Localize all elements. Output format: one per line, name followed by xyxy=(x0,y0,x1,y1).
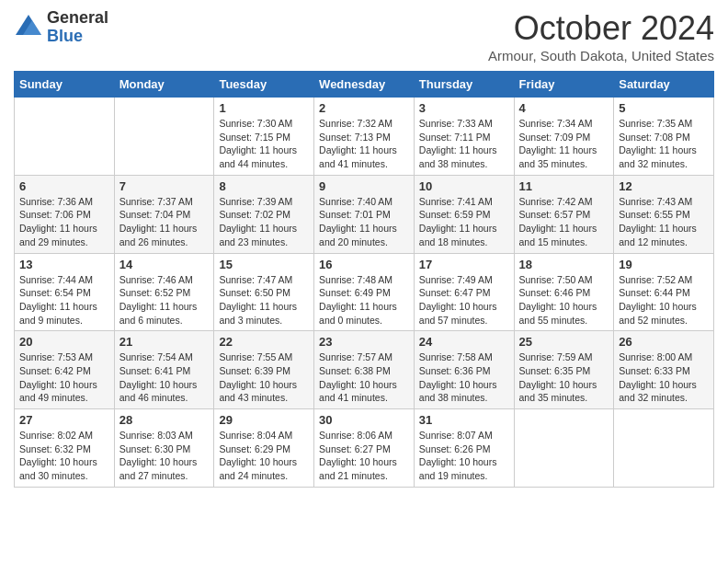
calendar-cell: 16Sunrise: 7:48 AM Sunset: 6:49 PM Dayli… xyxy=(314,253,415,331)
day-number: 29 xyxy=(219,413,309,427)
day-info: Sunrise: 7:32 AM Sunset: 7:13 PM Dayligh… xyxy=(319,117,409,171)
day-number: 16 xyxy=(319,258,409,271)
calendar-week-3: 13Sunrise: 7:44 AM Sunset: 6:54 PM Dayli… xyxy=(15,253,714,331)
day-info: Sunrise: 7:52 AM Sunset: 6:44 PM Dayligh… xyxy=(619,273,709,327)
day-number: 19 xyxy=(619,258,709,271)
day-info: Sunrise: 7:50 AM Sunset: 6:46 PM Dayligh… xyxy=(519,273,609,327)
calendar-week-5: 27Sunrise: 8:02 AM Sunset: 6:32 PM Dayli… xyxy=(15,409,714,488)
calendar-cell xyxy=(614,409,714,488)
logo-blue-text: Blue xyxy=(47,28,108,46)
logo-icon xyxy=(14,13,43,42)
day-info: Sunrise: 7:55 AM Sunset: 6:39 PM Dayligh… xyxy=(219,350,309,405)
day-info: Sunrise: 8:03 AM Sunset: 6:30 PM Dayligh… xyxy=(119,429,210,483)
day-info: Sunrise: 7:47 AM Sunset: 6:50 PM Dayligh… xyxy=(219,273,309,327)
weekday-header-monday: Monday xyxy=(114,72,214,98)
weekday-header-tuesday: Tuesday xyxy=(214,72,314,98)
page-header: General Blue October 2024 Armour, South … xyxy=(14,9,714,63)
calendar-cell: 6Sunrise: 7:36 AM Sunset: 7:06 PM Daylig… xyxy=(15,175,115,253)
day-number: 12 xyxy=(619,179,709,193)
calendar-week-2: 6Sunrise: 7:36 AM Sunset: 7:06 PM Daylig… xyxy=(15,175,714,253)
day-number: 28 xyxy=(119,413,210,427)
day-info: Sunrise: 8:00 AM Sunset: 6:33 PM Dayligh… xyxy=(619,350,709,405)
calendar-cell: 11Sunrise: 7:42 AM Sunset: 6:57 PM Dayli… xyxy=(514,175,614,253)
day-info: Sunrise: 8:06 AM Sunset: 6:27 PM Dayligh… xyxy=(319,429,409,483)
day-number: 24 xyxy=(419,335,509,349)
day-number: 26 xyxy=(619,335,709,349)
calendar-cell: 17Sunrise: 7:49 AM Sunset: 6:47 PM Dayli… xyxy=(414,253,514,331)
calendar-week-4: 20Sunrise: 7:53 AM Sunset: 6:42 PM Dayli… xyxy=(15,331,714,409)
day-info: Sunrise: 8:02 AM Sunset: 6:32 PM Dayligh… xyxy=(19,429,109,483)
day-number: 5 xyxy=(619,101,709,115)
day-number: 13 xyxy=(19,258,109,271)
day-info: Sunrise: 7:43 AM Sunset: 6:55 PM Dayligh… xyxy=(619,195,709,249)
day-info: Sunrise: 7:42 AM Sunset: 6:57 PM Dayligh… xyxy=(519,195,609,249)
day-number: 20 xyxy=(19,335,109,349)
calendar-cell xyxy=(15,98,115,176)
day-info: Sunrise: 8:04 AM Sunset: 6:29 PM Dayligh… xyxy=(219,429,309,483)
calendar-cell: 3Sunrise: 7:33 AM Sunset: 7:11 PM Daylig… xyxy=(414,98,514,176)
calendar-week-1: 1Sunrise: 7:30 AM Sunset: 7:15 PM Daylig… xyxy=(15,98,714,176)
calendar-cell: 30Sunrise: 8:06 AM Sunset: 6:27 PM Dayli… xyxy=(314,409,415,488)
calendar-cell: 9Sunrise: 7:40 AM Sunset: 7:01 PM Daylig… xyxy=(314,175,415,253)
day-info: Sunrise: 7:36 AM Sunset: 7:06 PM Dayligh… xyxy=(19,195,109,249)
day-number: 27 xyxy=(19,413,109,427)
day-info: Sunrise: 7:34 AM Sunset: 7:09 PM Dayligh… xyxy=(519,117,609,171)
day-info: Sunrise: 7:59 AM Sunset: 6:35 PM Dayligh… xyxy=(519,350,609,405)
calendar-cell: 4Sunrise: 7:34 AM Sunset: 7:09 PM Daylig… xyxy=(514,98,614,176)
calendar-cell: 23Sunrise: 7:57 AM Sunset: 6:38 PM Dayli… xyxy=(314,331,415,409)
calendar-cell: 1Sunrise: 7:30 AM Sunset: 7:15 PM Daylig… xyxy=(214,98,314,176)
day-number: 17 xyxy=(419,258,509,271)
weekday-header-saturday: Saturday xyxy=(614,72,714,98)
calendar-cell: 2Sunrise: 7:32 AM Sunset: 7:13 PM Daylig… xyxy=(314,98,415,176)
calendar-cell: 15Sunrise: 7:47 AM Sunset: 6:50 PM Dayli… xyxy=(214,253,314,331)
day-info: Sunrise: 8:07 AM Sunset: 6:26 PM Dayligh… xyxy=(419,429,509,483)
day-number: 3 xyxy=(419,101,509,115)
day-info: Sunrise: 7:35 AM Sunset: 7:08 PM Dayligh… xyxy=(619,117,709,171)
day-info: Sunrise: 7:46 AM Sunset: 6:52 PM Dayligh… xyxy=(119,273,210,327)
calendar-cell: 29Sunrise: 8:04 AM Sunset: 6:29 PM Dayli… xyxy=(214,409,314,488)
title-block: October 2024 Armour, South Dakota, Unite… xyxy=(488,9,714,63)
weekday-header-thursday: Thursday xyxy=(414,72,514,98)
logo-text: General Blue xyxy=(47,9,108,46)
day-number: 30 xyxy=(319,413,409,427)
calendar-header-row: SundayMondayTuesdayWednesdayThursdayFrid… xyxy=(15,72,714,98)
day-info: Sunrise: 7:37 AM Sunset: 7:04 PM Dayligh… xyxy=(119,195,210,249)
day-info: Sunrise: 7:39 AM Sunset: 7:02 PM Dayligh… xyxy=(219,195,309,249)
calendar-cell: 28Sunrise: 8:03 AM Sunset: 6:30 PM Dayli… xyxy=(114,409,214,488)
calendar-table: SundayMondayTuesdayWednesdayThursdayFrid… xyxy=(14,71,714,488)
calendar-cell: 26Sunrise: 8:00 AM Sunset: 6:33 PM Dayli… xyxy=(614,331,714,409)
day-info: Sunrise: 7:40 AM Sunset: 7:01 PM Dayligh… xyxy=(319,195,409,249)
logo: General Blue xyxy=(14,9,108,46)
calendar-cell: 21Sunrise: 7:54 AM Sunset: 6:41 PM Dayli… xyxy=(114,331,214,409)
calendar-cell: 13Sunrise: 7:44 AM Sunset: 6:54 PM Dayli… xyxy=(15,253,115,331)
day-number: 1 xyxy=(219,101,309,115)
logo-general-text: General xyxy=(47,9,108,28)
calendar-cell xyxy=(114,98,214,176)
day-number: 8 xyxy=(219,179,309,193)
day-number: 25 xyxy=(519,335,609,349)
day-number: 18 xyxy=(519,258,609,271)
calendar-cell: 18Sunrise: 7:50 AM Sunset: 6:46 PM Dayli… xyxy=(514,253,614,331)
calendar-cell: 31Sunrise: 8:07 AM Sunset: 6:26 PM Dayli… xyxy=(414,409,514,488)
day-info: Sunrise: 7:41 AM Sunset: 6:59 PM Dayligh… xyxy=(419,195,509,249)
location-subtitle: Armour, South Dakota, United States xyxy=(488,48,714,63)
calendar-cell: 14Sunrise: 7:46 AM Sunset: 6:52 PM Dayli… xyxy=(114,253,214,331)
day-number: 2 xyxy=(319,101,409,115)
day-number: 22 xyxy=(219,335,309,349)
day-info: Sunrise: 7:57 AM Sunset: 6:38 PM Dayligh… xyxy=(319,350,409,405)
day-number: 9 xyxy=(319,179,409,193)
calendar-cell: 25Sunrise: 7:59 AM Sunset: 6:35 PM Dayli… xyxy=(514,331,614,409)
calendar-cell: 20Sunrise: 7:53 AM Sunset: 6:42 PM Dayli… xyxy=(15,331,115,409)
calendar-cell: 7Sunrise: 7:37 AM Sunset: 7:04 PM Daylig… xyxy=(114,175,214,253)
weekday-header-sunday: Sunday xyxy=(15,72,115,98)
day-number: 7 xyxy=(119,179,210,193)
day-number: 31 xyxy=(419,413,509,427)
day-number: 23 xyxy=(319,335,409,349)
day-info: Sunrise: 7:58 AM Sunset: 6:36 PM Dayligh… xyxy=(419,350,509,405)
day-info: Sunrise: 7:53 AM Sunset: 6:42 PM Dayligh… xyxy=(19,350,109,405)
day-info: Sunrise: 7:49 AM Sunset: 6:47 PM Dayligh… xyxy=(419,273,509,327)
day-number: 6 xyxy=(19,179,109,193)
calendar-cell: 12Sunrise: 7:43 AM Sunset: 6:55 PM Dayli… xyxy=(614,175,714,253)
day-number: 14 xyxy=(119,258,210,271)
calendar-cell: 19Sunrise: 7:52 AM Sunset: 6:44 PM Dayli… xyxy=(614,253,714,331)
